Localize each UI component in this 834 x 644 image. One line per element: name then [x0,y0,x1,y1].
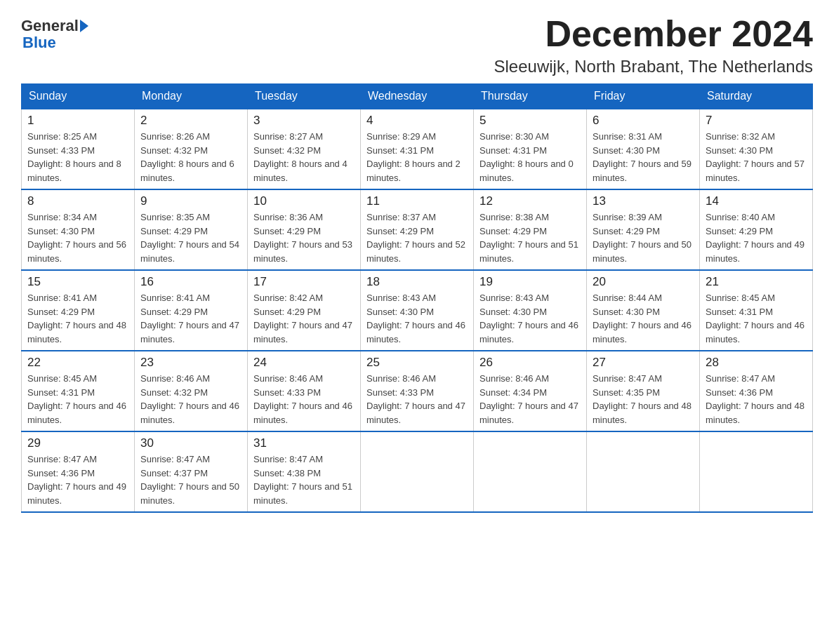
day-info: Sunrise: 8:47 AMSunset: 4:36 PMDaylight:… [27,452,128,507]
day-number: 8 [27,194,128,208]
calendar-cell [700,431,813,512]
calendar-cell [361,431,474,512]
day-info: Sunrise: 8:44 AMSunset: 4:30 PMDaylight:… [593,291,694,346]
calendar-cell: 7Sunrise: 8:32 AMSunset: 4:30 PMDaylight… [700,109,813,189]
weekday-header-sunday: Sunday [22,84,135,109]
day-info: Sunrise: 8:41 AMSunset: 4:29 PMDaylight:… [140,291,241,346]
day-number: 10 [253,194,355,208]
calendar-cell: 2Sunrise: 8:26 AMSunset: 4:32 PMDaylight… [135,109,248,189]
day-info: Sunrise: 8:30 AMSunset: 4:31 PMDaylight:… [479,130,581,185]
calendar-cell [474,431,587,512]
calendar-cell: 5Sunrise: 8:30 AMSunset: 4:31 PMDaylight… [474,109,587,189]
day-number: 7 [706,114,807,128]
day-info: Sunrise: 8:27 AMSunset: 4:32 PMDaylight:… [253,130,355,185]
calendar-cell: 9Sunrise: 8:35 AMSunset: 4:29 PMDaylight… [135,189,248,270]
calendar-week-row: 1Sunrise: 8:25 AMSunset: 4:33 PMDaylight… [22,109,813,189]
logo-arrow-icon [80,20,88,32]
day-number: 28 [706,356,807,370]
day-info: Sunrise: 8:35 AMSunset: 4:29 PMDaylight:… [140,210,241,265]
calendar-cell: 29Sunrise: 8:47 AMSunset: 4:36 PMDayligh… [22,431,135,512]
calendar-table: SundayMondayTuesdayWednesdayThursdayFrid… [21,83,813,513]
day-number: 25 [366,356,468,370]
day-number: 30 [140,436,241,450]
day-number: 9 [140,194,241,208]
day-number: 19 [479,275,581,289]
calendar-cell [587,431,700,512]
day-info: Sunrise: 8:25 AMSunset: 4:33 PMDaylight:… [27,130,128,185]
day-info: Sunrise: 8:46 AMSunset: 4:34 PMDaylight:… [479,372,581,427]
calendar-cell: 12Sunrise: 8:38 AMSunset: 4:29 PMDayligh… [474,189,587,270]
day-info: Sunrise: 8:32 AMSunset: 4:30 PMDaylight:… [706,130,807,185]
day-info: Sunrise: 8:46 AMSunset: 4:33 PMDaylight:… [253,372,355,427]
logo-general: General [21,18,79,34]
calendar-week-row: 29Sunrise: 8:47 AMSunset: 4:36 PMDayligh… [22,431,813,512]
day-number: 22 [27,356,128,370]
day-info: Sunrise: 8:46 AMSunset: 4:33 PMDaylight:… [366,372,468,427]
calendar-cell: 23Sunrise: 8:46 AMSunset: 4:32 PMDayligh… [135,351,248,431]
day-info: Sunrise: 8:37 AMSunset: 4:29 PMDaylight:… [366,210,468,265]
calendar-cell: 15Sunrise: 8:41 AMSunset: 4:29 PMDayligh… [22,270,135,351]
day-info: Sunrise: 8:31 AMSunset: 4:30 PMDaylight:… [593,130,694,185]
calendar-cell: 1Sunrise: 8:25 AMSunset: 4:33 PMDaylight… [22,109,135,189]
weekday-header-wednesday: Wednesday [361,84,474,109]
calendar-week-row: 15Sunrise: 8:41 AMSunset: 4:29 PMDayligh… [22,270,813,351]
day-info: Sunrise: 8:47 AMSunset: 4:38 PMDaylight:… [253,452,355,507]
calendar-cell: 16Sunrise: 8:41 AMSunset: 4:29 PMDayligh… [135,270,248,351]
calendar-cell: 14Sunrise: 8:40 AMSunset: 4:29 PMDayligh… [700,189,813,270]
day-number: 29 [27,436,128,450]
day-number: 1 [27,114,128,128]
day-info: Sunrise: 8:34 AMSunset: 4:30 PMDaylight:… [27,210,128,265]
day-number: 15 [27,275,128,289]
calendar-cell: 24Sunrise: 8:46 AMSunset: 4:33 PMDayligh… [248,351,361,431]
calendar-cell: 27Sunrise: 8:47 AMSunset: 4:35 PMDayligh… [587,351,700,431]
calendar-cell: 30Sunrise: 8:47 AMSunset: 4:37 PMDayligh… [135,431,248,512]
day-info: Sunrise: 8:38 AMSunset: 4:29 PMDaylight:… [479,210,581,265]
day-number: 3 [253,114,355,128]
weekday-header-thursday: Thursday [474,84,587,109]
day-number: 6 [593,114,694,128]
day-info: Sunrise: 8:42 AMSunset: 4:29 PMDaylight:… [253,291,355,346]
calendar-cell: 18Sunrise: 8:43 AMSunset: 4:30 PMDayligh… [361,270,474,351]
day-info: Sunrise: 8:47 AMSunset: 4:35 PMDaylight:… [593,372,694,427]
day-info: Sunrise: 8:40 AMSunset: 4:29 PMDaylight:… [706,210,807,265]
calendar-cell: 3Sunrise: 8:27 AMSunset: 4:32 PMDaylight… [248,109,361,189]
calendar-cell: 13Sunrise: 8:39 AMSunset: 4:29 PMDayligh… [587,189,700,270]
logo: General Blue [21,14,88,51]
day-number: 17 [253,275,355,289]
day-number: 12 [479,194,581,208]
weekday-header-tuesday: Tuesday [248,84,361,109]
calendar-cell: 31Sunrise: 8:47 AMSunset: 4:38 PMDayligh… [248,431,361,512]
month-year-title: December 2024 [494,14,813,54]
weekday-header-row: SundayMondayTuesdayWednesdayThursdayFrid… [22,84,813,109]
day-number: 24 [253,356,355,370]
day-info: Sunrise: 8:39 AMSunset: 4:29 PMDaylight:… [593,210,694,265]
day-number: 31 [253,436,355,450]
location-subtitle: Sleeuwijk, North Brabant, The Netherland… [494,57,813,76]
day-number: 20 [593,275,694,289]
day-info: Sunrise: 8:45 AMSunset: 4:31 PMDaylight:… [27,372,128,427]
calendar-cell: 22Sunrise: 8:45 AMSunset: 4:31 PMDayligh… [22,351,135,431]
calendar-week-row: 8Sunrise: 8:34 AMSunset: 4:30 PMDaylight… [22,189,813,270]
day-number: 23 [140,356,241,370]
day-info: Sunrise: 8:29 AMSunset: 4:31 PMDaylight:… [366,130,468,185]
page-header: General Blue December 2024 Sleeuwijk, No… [21,14,813,76]
day-number: 18 [366,275,468,289]
day-number: 26 [479,356,581,370]
day-number: 4 [366,114,468,128]
day-info: Sunrise: 8:47 AMSunset: 4:36 PMDaylight:… [706,372,807,427]
day-number: 27 [593,356,694,370]
day-number: 5 [479,114,581,128]
day-number: 13 [593,194,694,208]
day-info: Sunrise: 8:36 AMSunset: 4:29 PMDaylight:… [253,210,355,265]
logo-blue: Blue [22,34,56,51]
calendar-cell: 21Sunrise: 8:45 AMSunset: 4:31 PMDayligh… [700,270,813,351]
weekday-header-monday: Monday [135,84,248,109]
calendar-week-row: 22Sunrise: 8:45 AMSunset: 4:31 PMDayligh… [22,351,813,431]
day-info: Sunrise: 8:26 AMSunset: 4:32 PMDaylight:… [140,130,241,185]
calendar-cell: 20Sunrise: 8:44 AMSunset: 4:30 PMDayligh… [587,270,700,351]
weekday-header-friday: Friday [587,84,700,109]
calendar-cell: 6Sunrise: 8:31 AMSunset: 4:30 PMDaylight… [587,109,700,189]
day-info: Sunrise: 8:41 AMSunset: 4:29 PMDaylight:… [27,291,128,346]
day-info: Sunrise: 8:43 AMSunset: 4:30 PMDaylight:… [479,291,581,346]
calendar-cell: 10Sunrise: 8:36 AMSunset: 4:29 PMDayligh… [248,189,361,270]
